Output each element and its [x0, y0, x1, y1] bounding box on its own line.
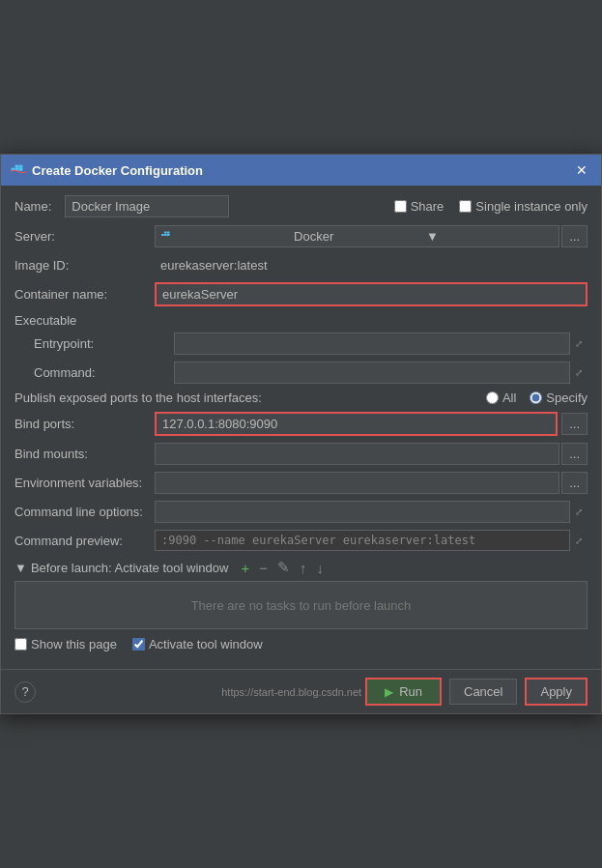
container-name-row: Container name:: [14, 282, 588, 306]
image-id-value: eurekaserver:latest: [155, 255, 588, 275]
name-label: Name:: [14, 199, 51, 214]
all-radio-wrap: All: [486, 391, 516, 405]
cmd-options-expand-icon[interactable]: ⤢: [570, 503, 588, 521]
publish-ports-row: Publish exposed ports to the host interf…: [14, 391, 588, 405]
image-id-row: Image ID: eurekaserver:latest: [14, 255, 588, 275]
no-tasks-label: There are no tasks to run before launch: [191, 598, 412, 613]
entrypoint-label: Entrypoint:: [34, 336, 174, 351]
docker-icon: [11, 162, 26, 178]
svg-rect-2: [19, 168, 22, 171]
run-label: Run: [399, 684, 422, 699]
server-dots-button[interactable]: ...: [561, 225, 588, 247]
server-value: Docker: [294, 229, 420, 244]
command-row: Command: ⤢: [14, 362, 588, 384]
single-instance-label[interactable]: Single instance only: [475, 199, 588, 214]
svg-rect-9: [167, 232, 170, 234]
title-bar: Create Docker Configuration ✕: [1, 155, 601, 186]
publish-ports-label: Publish exposed ports to the host interf…: [14, 391, 486, 405]
entrypoint-input[interactable]: [174, 333, 570, 355]
bottom-checkboxes: Show this page Activate tool window: [14, 637, 588, 651]
activate-tool-label[interactable]: Activate tool window: [149, 637, 263, 651]
env-vars-input[interactable]: [155, 472, 559, 494]
move-down-button[interactable]: ↓: [313, 558, 327, 577]
share-label[interactable]: Share: [411, 199, 444, 214]
server-label: Server:: [14, 229, 155, 244]
show-page-wrap: Show this page: [14, 637, 117, 651]
remove-task-button[interactable]: −: [256, 558, 271, 577]
title-text: Create Docker Configuration: [32, 163, 203, 178]
footer: ? https://start-end.blog.csdn.net ▶ Run …: [1, 669, 601, 713]
before-launch-box: There are no tasks to run before launch: [14, 581, 588, 629]
entrypoint-expand-icon[interactable]: ⤢: [570, 334, 588, 353]
apply-button[interactable]: Apply: [525, 678, 588, 706]
command-expand-icon[interactable]: ⤢: [570, 363, 588, 382]
docker-config-dialog: Create Docker Configuration ✕ Name: Shar…: [0, 154, 602, 714]
container-name-label: Container name:: [14, 287, 155, 302]
bind-ports-dots-button[interactable]: ...: [561, 413, 588, 435]
env-vars-dots-button[interactable]: ...: [561, 472, 588, 494]
server-select[interactable]: Docker ▼: [155, 225, 559, 247]
bind-ports-label: Bind ports:: [14, 417, 155, 431]
cancel-button[interactable]: Cancel: [449, 679, 517, 705]
activate-tool-checkbox[interactable]: [132, 638, 145, 651]
share-checkbox-wrap: Share: [394, 199, 444, 214]
cmd-options-input[interactable]: [155, 501, 570, 523]
bind-ports-input-wrap: ...: [155, 412, 588, 436]
all-radio[interactable]: [486, 391, 499, 404]
footer-left: ?: [14, 681, 36, 703]
svg-rect-7: [167, 234, 170, 236]
cmd-preview-row: Command preview: :9090 --name eurekaServ…: [14, 530, 588, 551]
svg-rect-8: [164, 232, 167, 234]
edit-task-button[interactable]: ✎: [274, 558, 293, 577]
help-button[interactable]: ?: [14, 681, 36, 703]
specify-radio[interactable]: [530, 391, 542, 404]
entrypoint-row: Entrypoint: ⤢: [14, 333, 588, 355]
add-task-button[interactable]: +: [238, 558, 252, 577]
svg-rect-6: [164, 234, 167, 236]
cmd-options-row: Command line options: ⤢: [14, 501, 588, 523]
server-row: Server: Docker ▼ ...: [14, 225, 588, 247]
all-radio-label[interactable]: All: [502, 391, 516, 405]
show-page-label[interactable]: Show this page: [31, 637, 117, 651]
bind-mounts-input[interactable]: [155, 443, 559, 465]
bind-mounts-label: Bind mounts:: [14, 447, 155, 461]
cmd-options-label: Command line options:: [14, 505, 155, 519]
svg-rect-3: [15, 165, 18, 168]
dropdown-arrow-icon: ▼: [426, 229, 553, 244]
run-icon: ▶: [385, 685, 393, 699]
watermark: https://start-end.blog.csdn.net: [36, 686, 365, 698]
radio-group: All Specify: [486, 391, 588, 405]
move-up-button[interactable]: ↑: [297, 558, 310, 577]
footer-right: ▶ Run Cancel Apply: [365, 678, 588, 706]
close-button[interactable]: ✕: [572, 160, 591, 180]
bind-ports-input[interactable]: [155, 412, 558, 436]
env-vars-label: Environment variables:: [14, 476, 155, 490]
before-launch-label: Before launch: Activate tool window: [31, 561, 229, 575]
before-launch-section: ▼ Before launch: Activate tool window + …: [14, 558, 588, 629]
image-id-label: Image ID:: [14, 258, 155, 273]
single-instance-checkbox[interactable]: [459, 200, 472, 213]
name-row: Name: Share Single instance only: [14, 195, 588, 217]
svg-rect-4: [19, 165, 22, 168]
bind-mounts-row: Bind mounts: ...: [14, 443, 588, 465]
command-label: Command:: [34, 365, 174, 380]
bind-ports-row: Bind ports: ...: [14, 412, 588, 436]
bind-mounts-dots-button[interactable]: ...: [561, 443, 588, 465]
main-content: Name: Share Single instance only Server:: [1, 186, 601, 669]
show-page-checkbox[interactable]: [14, 638, 27, 651]
cmd-preview-value: :9090 --name eurekaServer eurekaserver:l…: [155, 530, 570, 551]
command-input[interactable]: [174, 362, 570, 384]
name-input[interactable]: [65, 195, 229, 217]
executable-section-label: Executable: [14, 313, 588, 328]
title-bar-left: Create Docker Configuration: [11, 162, 203, 178]
specify-radio-label[interactable]: Specify: [546, 391, 588, 405]
docker-icon-small: [161, 229, 288, 244]
run-button[interactable]: ▶ Run: [365, 678, 442, 706]
single-instance-checkbox-wrap: Single instance only: [459, 199, 588, 214]
collapse-icon[interactable]: ▼: [14, 561, 27, 575]
share-checkbox[interactable]: [394, 200, 407, 213]
svg-rect-5: [161, 234, 164, 236]
cmd-preview-expand-icon[interactable]: ⤢: [570, 532, 588, 550]
cmd-preview-label: Command preview:: [14, 534, 155, 548]
container-name-input[interactable]: [155, 282, 588, 306]
